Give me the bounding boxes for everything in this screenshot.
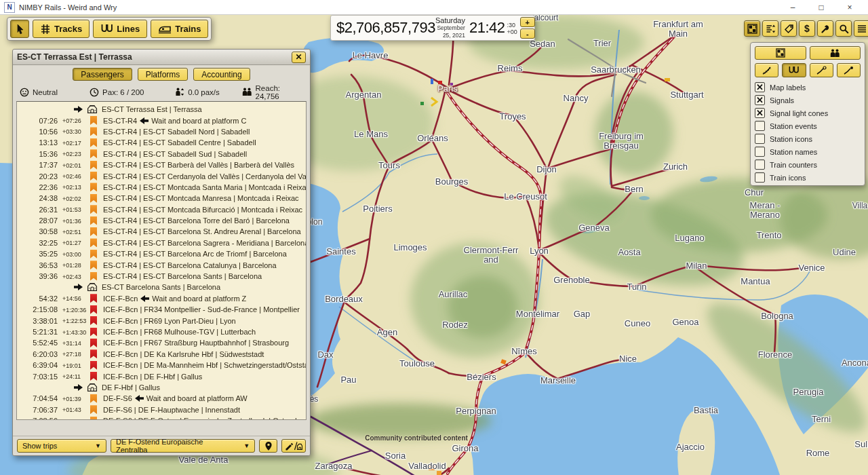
checkbox[interactable]: ✕ [755,95,765,105]
schedule-stop-row[interactable]: 30:58+02:51ES-CT-R4 | ES-CT Barcelona St… [17,226,306,237]
schedule-stop-row[interactable]: 24:38+02:02ES-CT-R4 | ES-CT Montcada Man… [17,193,306,204]
map-city-label: Freiburg imBreisgau [599,132,644,151]
map-option-train-counters[interactable]: Train counters [755,158,861,171]
schedule-stop-row[interactable]: 13:13+02:17ES-CT-R4 | ES-CT Sabadell Cen… [17,137,306,148]
schedule-stop-row[interactable]: 7:06:37+01:43DE-F-S6 | DE F-Hauptwache |… [17,404,306,415]
tracks-button-label: Tracks [54,24,82,34]
schedule-stop-row[interactable]: 22:36+02:13ES-CT-R4 | ES-CT Montcada San… [17,182,306,193]
map-city-label: Meran -Merano [750,201,781,220]
line-list-icon [766,24,776,34]
schedule-stop-row[interactable]: 5:52:45+31:14ICE-F-Bcn | FR67 Straßburg … [17,337,306,348]
schedule-stop-row[interactable]: 3:38:01+1:22:53ICE-F-Bcn | FR69 Lyon Par… [17,315,306,326]
schedule-stop-row[interactable]: 6:20:03+27:18ICE-F-Bcn | DE Ka Karlsruhe… [17,349,306,360]
search-button[interactable] [835,20,852,37]
lines-button[interactable]: Lines [93,20,147,38]
select-tool-button[interactable] [10,20,29,38]
schedule-stop-row[interactable]: 7:03:15+24:11ICE-F-Bcn | DE F-Hbf | Gall… [17,370,306,381]
schedule-station-row[interactable]: ES-CT Barcelona Sants | Barcelona [17,282,306,292]
tag-button[interactable] [781,20,797,37]
map-city-label: Turin [627,282,646,292]
line-ribbon-badge [90,238,97,247]
reach-label: Reach: 24,756 [256,84,303,100]
schedule-stop-row[interactable]: 15:36+02:23ES-CT-R4 | ES-CT Sabadell Sud… [17,149,306,159]
map-city-label: Bologna [761,311,793,321]
tab-platforms[interactable]: Platforms [138,68,189,81]
tab-passengers[interactable]: Passengers [73,68,132,81]
schedule-stop-row[interactable]: 36:53+01:28ES-CT-R4 | ES-CT Barcelona Ca… [17,259,306,270]
sim-speed: +00 [507,28,517,35]
schedule-stop-row[interactable]: 35:25+03:00ES-CT-R4 | ES-CT Barcelona Ar… [17,248,306,259]
trip-filter-dropdown[interactable]: Show trips ▼ [17,439,106,453]
map-mode-button[interactable] [755,46,806,60]
station-schedule-list[interactable]: ES-CT Terrassa Est | Terrassa07:26+07:26… [16,101,307,420]
station-window-close-button[interactable]: ✕ [292,52,306,63]
schedule-stop-row[interactable]: 54:32+14:56ICE-F-BcnWait and board at pl… [17,293,306,304]
checkbox[interactable] [755,159,765,170]
tracks-button[interactable]: Tracks [33,20,90,38]
trains-button[interactable]: Trains [151,20,208,38]
map-overlays-button[interactable] [744,20,760,37]
schedule-stop-row[interactable]: 28:07+01:36ES-CT-R4 | ES-CT Barcelona To… [17,215,306,226]
speed-decrease-button[interactable]: - [520,28,535,39]
schedule-stop-row[interactable]: 07:26+07:26ES-CT-R4Wait and board at pla… [17,115,306,126]
map-option-signal-light-cones[interactable]: ✕Signal light cones [755,107,861,119]
checkbox[interactable] [755,172,765,183]
maximize-button[interactable]: □ [807,3,835,12]
schedule-stop-row[interactable]: 26:31+01:53ES-CT-R4 | ES-CT Montcada Bif… [17,204,306,215]
schedule-stop-row[interactable]: 7:08:56+02:19DE-F-S6 | DE F-Ostend Europ… [17,415,306,420]
schedule-stop-row[interactable]: 5:21:31+1:43:30ICE-F-Bcn | FR68 Mulhouse… [17,326,306,337]
passengers-mode-button[interactable] [810,46,861,60]
map-option-map-labels[interactable]: ✕Map labels [755,81,861,94]
station-tabs: Passengers Platforms Accounting [13,65,310,83]
map-option-station-icons[interactable]: Station icons [755,132,861,145]
speed-increase-button[interactable]: + [520,17,535,27]
locate-station-button[interactable] [259,439,277,453]
map-city-label: Lyon [530,246,549,256]
map-city-label: Perpignan [456,406,496,416]
line-ribbon-badge [90,172,97,180]
schedule-stop-row[interactable]: 20:23+02:46ES-CT-R4 | ES-CT Cerdanyola d… [17,170,306,181]
schedule-stop-row[interactable]: 32:25+01:27ES-CT-R4 | ES-CT Barcelona Sa… [17,238,306,248]
tab-accounting[interactable]: Accounting [193,68,250,81]
map-city-label: Poitiers [363,204,392,214]
map-option-station-names[interactable]: Station names [755,145,861,158]
checkbox[interactable]: ✕ [755,82,765,92]
checkbox[interactable] [755,121,765,131]
checkbox[interactable] [755,147,765,157]
schedule-stop-row[interactable]: 17:37+02:01ES-CT-R4 | ES-CT Barberà del … [17,159,306,170]
minimize-button[interactable]: – [778,3,807,12]
map-city-label: Florence [758,350,793,360]
station-window-titlebar[interactable]: ES-CT Terrassa Est | Terrassa ✕ [13,50,310,65]
menu-icon [857,24,867,33]
line-ribbon-badge [90,405,97,414]
close-window-button[interactable]: × [835,3,864,12]
station-select-dropdown[interactable]: DE F-Ostend Europaische Zentralba ▼ [111,439,255,453]
map-option-train-icons[interactable]: Train icons [755,171,861,184]
schedule-station-row[interactable]: ES-CT Terrassa Est | Terrassa [17,104,306,115]
line-ribbon-badge [90,272,97,281]
signals-view-button[interactable] [810,63,833,77]
schedule-station-row[interactable]: DE F-Hbf | Gallus [17,382,306,393]
map-city-label: Zaragoza [315,461,353,471]
hud-money-clock: $2,706,857,793 Saturday September 25, 20… [330,15,535,41]
schedule-stop-row[interactable]: 7:04:54+01:39DE-F-S6Wait and board at pl… [17,393,306,404]
arrow-right-icon [74,384,83,391]
schedule-stop-row[interactable]: 39:36+02:43ES-CT-R4 | ES-CT Barcelona Sa… [17,271,306,282]
finances-button[interactable]: $ [799,20,815,37]
tools-button[interactable] [817,20,833,37]
map-city-label: Nancy [564,94,589,103]
map-option-signals[interactable]: ✕Signals [755,94,861,107]
map-option-station-events[interactable]: Station events [755,119,861,132]
tracks-view-button[interactable] [755,63,778,77]
signal-cones-view-button[interactable] [837,63,861,77]
schedule-stop-row[interactable]: 10:56+03:30ES-CT-R4 | ES-CT Sabadell Nor… [17,126,306,137]
schedule-stop-row[interactable]: 6:39:04+19:01ICE-F-Bcn | DE Ma-Mannheim … [17,360,306,370]
schedule-stop-row[interactable]: 2:15:08+1:20:36ICE-F-Bcn | FR34 Montpell… [17,304,306,315]
menu-button[interactable] [854,20,868,37]
lines-view-button[interactable] [782,63,806,77]
line-list-button[interactable] [762,20,778,37]
clock-seconds: :30 [507,22,517,28]
checkbox[interactable]: ✕ [755,108,765,118]
checkbox[interactable] [755,134,765,144]
edit-station-button[interactable] [281,439,306,453]
